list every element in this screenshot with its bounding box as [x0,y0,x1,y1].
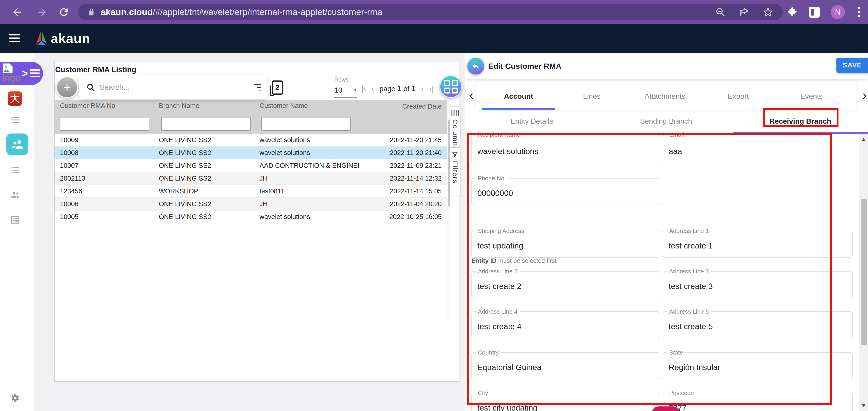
save-button[interactable]: SAVE [836,58,868,73]
state-input[interactable] [669,363,839,372]
active-tab-underline [482,108,555,110]
address-line-1-input[interactable] [669,241,839,250]
subtab-receiving-branch[interactable]: Receiving Branch [733,110,868,133]
table-row[interactable]: 10006ONE LIVING SS2 JH2022-11-04 20:20 [55,198,447,210]
recipient-name-input[interactable] [477,147,647,156]
table-row[interactable]: 123456WORKSHOP test08112022-11-14 15:05 [55,185,447,198]
country-input[interactable] [477,363,647,372]
filter-input-rma-no[interactable] [60,117,149,131]
extensions-puzzle-icon[interactable] [787,7,798,18]
columns-side-tab[interactable]: Columns [450,106,460,145]
address-line-2-field[interactable]: Address Line 2 [471,271,660,298]
address-line-3-input[interactable] [669,282,839,291]
bookmark-star-icon[interactable] [763,7,774,18]
table-row[interactable]: 2002113ONE LIVING SS2 JH2022-11-14 12:32 [55,172,447,185]
settings-gear-icon[interactable] [10,393,20,403]
page-indicator: page 1 of 1 [379,84,415,93]
table-scrollbar[interactable] [447,100,450,319]
share-icon[interactable] [739,7,750,18]
browser-back-icon[interactable] [9,4,25,20]
shipping-address-field[interactable]: Shipping Address [471,231,660,258]
grid-icon [444,80,458,94]
col-header-rma-no[interactable]: Customer RMA No [55,102,154,111]
sidebar-item-red-app[interactable]: 大 [8,92,22,106]
prev-page-button[interactable]: ‹ [371,84,374,93]
back-button[interactable] [467,58,484,74]
address-line-3-field[interactable]: Address Line 3 [663,271,852,298]
state-field[interactable]: State [663,352,852,379]
scroll-down-icon[interactable]: ▼ [859,402,868,409]
sidebar-item-list-2[interactable] [10,165,20,175]
postcode-input[interactable] [669,403,839,411]
address-line-5-field[interactable]: Address Line 5 [663,311,852,338]
address-line-4-input[interactable] [477,322,647,331]
sidebar-logo-pill[interactable]: logo > [0,62,43,85]
country-field[interactable]: Country [471,352,660,379]
shipping-address-input[interactable] [477,241,647,250]
phone-no-field[interactable]: Phone No [471,178,660,205]
tabs-scroll-right-icon[interactable]: › [860,87,868,103]
address-line-5-input[interactable] [669,322,839,331]
col-header-branch[interactable]: Branch Name [154,102,254,111]
table-row[interactable]: 10007ONE LIVING SS2 AAD CONTRUCTION & EN… [55,159,447,172]
email-input[interactable] [669,147,818,156]
table-row[interactable]: 10009ONE LIVING SS2 wavelet solutions202… [55,134,447,146]
copy-pages-icon[interactable]: 2 [272,80,283,95]
side-panel-icon[interactable] [809,7,820,18]
browser-profile-avatar[interactable]: N [831,5,845,19]
browser-forward-icon[interactable] [34,4,50,20]
tab-export[interactable]: Export [702,84,775,108]
address-line-1-field[interactable]: Address Line 1 [663,231,852,258]
browser-menu-icon[interactable] [856,7,863,17]
rows-per-page-select[interactable]: 10 ▼ [334,86,357,98]
search-input[interactable] [99,83,254,92]
city-field[interactable]: City [471,393,660,411]
sidebar-item-contacts[interactable] [10,190,20,200]
screen: akaun.cloud/#/applet/tnt/wavelet/erp/int… [0,0,868,411]
next-page-button[interactable]: › [421,84,424,93]
tab-events[interactable]: Events [775,84,848,108]
tab-account[interactable]: Account [482,84,555,108]
subtab-sending-branch[interactable]: Sending Branch [599,110,733,133]
tab-lines[interactable]: Lines [555,84,628,108]
pagination: |‹ ‹ page 1 of 1 › ›| [361,84,434,93]
phone-no-input[interactable] [477,189,647,198]
brand-name: akaun [51,31,90,46]
add-button[interactable]: + [56,76,78,98]
scroll-up-icon[interactable]: ▲ [859,136,868,142]
scrollbar-thumb[interactable] [861,199,867,345]
city-input[interactable] [477,403,647,411]
tab-attachments[interactable]: Attachments [628,84,702,108]
address-line-4-field[interactable]: Address Line 4 [471,311,660,338]
last-page-button[interactable]: ›| [429,84,434,93]
filter-input-branch[interactable] [161,117,251,131]
zoom-out-icon[interactable] [715,7,726,18]
sidebar-item-list-1[interactable] [10,115,20,125]
browser-reload-icon[interactable] [56,4,72,20]
filters-side-tab[interactable]: Filters [450,147,460,195]
filter-input-customer[interactable] [261,117,350,131]
pink-action-button[interactable] [652,406,680,411]
table-row-selected[interactable]: 10008ONE LIVING SS2 wavelet solutions202… [55,146,447,159]
grid-view-button[interactable] [440,75,462,98]
first-page-button[interactable]: |‹ [361,84,366,93]
search-box[interactable] [80,75,268,99]
address-line-2-input[interactable] [477,282,647,291]
subtab-entity-details[interactable]: Entity Details [465,110,599,133]
table-filter-row [55,113,447,134]
col-header-created[interactable]: Created Date [359,103,447,110]
postcode-field[interactable]: Postcode [663,393,852,411]
sidebar-expand-icon[interactable]: > [22,68,40,79]
email-field[interactable]: Email [663,134,829,163]
col-header-customer[interactable]: Customer Name [254,102,359,111]
table-row[interactable]: 10005ONE LIVING SS2 wavelet solutions202… [55,210,447,223]
hamburger-menu-icon[interactable] [9,34,20,44]
sidebar-item-form[interactable] [10,215,20,225]
sidebar-item-customers-active[interactable] [6,134,28,155]
url-bar[interactable]: akaun.cloud/#/applet/tnt/wavelet/erp/int… [78,4,783,20]
brand-logo[interactable]: akaun [34,30,90,46]
filter-list-icon[interactable] [254,84,261,91]
tabs-scroll-left-icon[interactable]: ‹ [467,87,476,103]
detail-scrollbar[interactable]: ▲ ▼ [859,134,868,411]
recipient-name-field[interactable]: Recipient Name [471,134,660,163]
